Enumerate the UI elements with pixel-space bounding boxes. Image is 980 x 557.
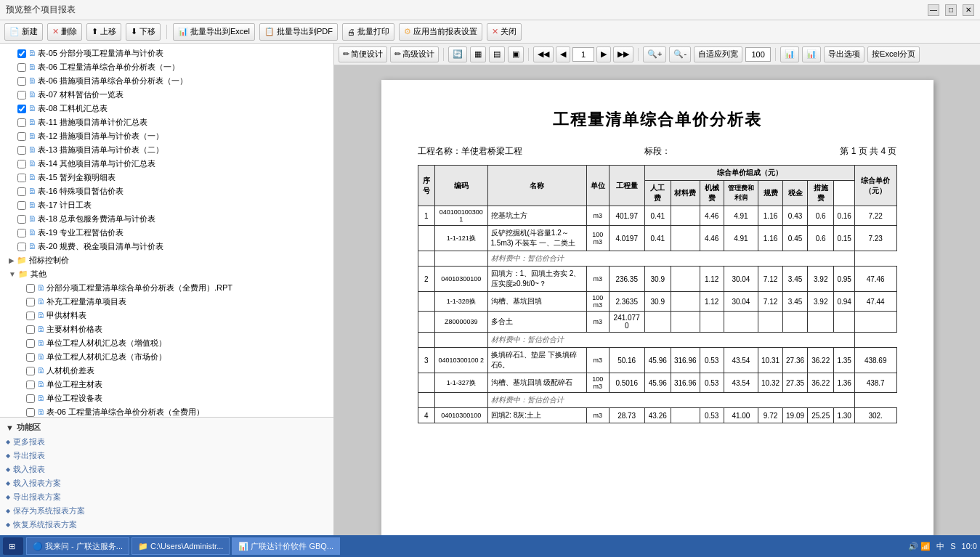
tree-expand-icon[interactable]: ▶ xyxy=(9,256,15,264)
tree-checkbox[interactable] xyxy=(26,339,35,348)
tree-checkbox[interactable] xyxy=(26,284,35,293)
page-last-button[interactable]: ▶▶ xyxy=(613,46,633,62)
tree-item[interactable]: 🖺主要材料价格表 xyxy=(0,322,333,336)
tree-checkbox[interactable] xyxy=(26,367,35,375)
batch-print-button[interactable]: 🖨 批量打印 xyxy=(342,23,394,41)
tree-item[interactable]: 🖺分部分项工程量清单综合单价分析表（全费用）.RPT xyxy=(0,281,333,295)
start-button[interactable]: ⊞ xyxy=(3,537,23,555)
tree-checkbox[interactable] xyxy=(17,118,26,127)
function-link-item[interactable]: 导出报表 xyxy=(6,450,328,462)
tree-checkbox[interactable] xyxy=(26,408,35,417)
taskbar-item[interactable]: 📁 C:\Users\Administr... xyxy=(131,537,230,555)
apply-settings-button[interactable]: ⚙ 应用当前报表设置 xyxy=(399,23,482,41)
export-btn1[interactable]: 📊 xyxy=(780,46,799,62)
tree-item[interactable]: 🖺表-13 措施项目清单与计价表（二） xyxy=(0,143,333,157)
tree-checkbox[interactable] xyxy=(17,160,26,168)
advanced-design-button[interactable]: ✏ 高级设计 xyxy=(390,46,439,62)
zoom-input[interactable] xyxy=(745,47,771,62)
tree-checkbox[interactable] xyxy=(17,229,26,237)
tree-checkbox[interactable] xyxy=(26,312,35,320)
taskbar-item[interactable]: 📊 广联达计价软件 GBQ... xyxy=(232,537,340,555)
close-button[interactable]: ✕ xyxy=(963,4,974,16)
tree-checkbox[interactable] xyxy=(26,325,35,334)
tree-item[interactable]: 🖺表-14 其他项目清单与计价汇总表 xyxy=(0,157,333,171)
batch-export-excel-button[interactable]: 📊 批量导出到Excel xyxy=(173,23,255,41)
cell-qty: 2.3635 xyxy=(609,292,644,312)
up-button[interactable]: ⬆ 上移 xyxy=(86,23,121,41)
tree-item[interactable]: 🖺补充工程量清单项目表 xyxy=(0,295,333,309)
tree-item[interactable]: 🖺单位工程人材机汇总表（市场价） xyxy=(0,350,333,364)
tree-item[interactable]: 🖺人材机价差表 xyxy=(0,364,333,378)
tree-checkbox[interactable] xyxy=(17,91,26,99)
tree-checkbox[interactable] xyxy=(17,105,26,113)
tree-checkbox[interactable] xyxy=(17,215,26,224)
tree-checkbox[interactable] xyxy=(17,77,26,86)
tree-item[interactable]: 🖺单位工程设备表 xyxy=(0,391,333,405)
tree-item[interactable]: 🖺表-05 分部分项工程量清单与计价表 xyxy=(0,46,333,60)
page-first-button[interactable]: ◀◀ xyxy=(533,46,554,62)
page-prev-button[interactable]: ◀ xyxy=(556,46,570,62)
function-link-item[interactable]: 保存为系统报表方案 xyxy=(6,505,328,517)
maximize-button[interactable]: □ xyxy=(945,4,957,16)
function-link-item[interactable]: 更多报表 xyxy=(6,436,328,448)
tree-checkbox[interactable] xyxy=(17,132,26,141)
function-link-item[interactable]: 载入报表 xyxy=(6,463,328,476)
tree-item[interactable]: 🖺表-17 计日工表 xyxy=(0,198,333,212)
down-button[interactable]: ⬇ 下移 xyxy=(126,23,161,41)
tree-item[interactable]: ▼📁其他 xyxy=(0,267,333,281)
function-link-item[interactable]: 恢复系统报表方案 xyxy=(6,519,328,531)
tree-item[interactable]: 🖺甲供材料表 xyxy=(0,309,333,322)
tree-checkbox[interactable] xyxy=(26,381,35,389)
tree-item[interactable]: 🖺表-08 工料机汇总表 xyxy=(0,102,333,115)
tree-checkbox[interactable] xyxy=(17,49,26,58)
function-link-item[interactable]: 导出报表方案 xyxy=(6,491,328,503)
collapse-icon[interactable]: ▼ xyxy=(6,423,14,432)
close-report-button[interactable]: ✕ 关闭 xyxy=(487,23,522,41)
tree-checkbox[interactable] xyxy=(26,353,35,362)
batch-export-pdf-button[interactable]: 📋 批量导出到PDF xyxy=(259,23,338,41)
cell-seq xyxy=(418,312,435,333)
tree-checkbox[interactable] xyxy=(17,201,26,210)
tree-item[interactable]: 🖺表-16 特殊项目暂估价表 xyxy=(0,184,333,198)
tree-item[interactable]: 🖺表-07 材料暂估价一览表 xyxy=(0,88,333,102)
tree-item[interactable]: 🖺表-06 措施项目清单综合单价分析表（一） xyxy=(0,74,333,88)
tree-item[interactable]: 🖺表-18 总承包服务费清单与计价表 xyxy=(0,212,333,226)
page-next-button[interactable]: ▶ xyxy=(596,46,611,62)
function-link-item[interactable]: 载入报表方案 xyxy=(6,477,328,489)
document-area[interactable]: 工程量清单综合单价分析表 工程名称：羊使君桥梁工程 标段： 第 1 页 共 4 … xyxy=(334,65,980,535)
tree-item[interactable]: 🖺表-06 工程量清单综合单价分析表（一） xyxy=(0,60,333,74)
taskbar-item[interactable]: 🔵 我来问 - 广联达服务... xyxy=(26,537,129,555)
fit-width-button[interactable]: 自适应列宽 xyxy=(694,46,742,62)
tree-item[interactable]: 🖺表-12 措施项目清单与计价表（一） xyxy=(0,129,333,143)
tree-item[interactable]: 🖺表-20 规费、税金项目清单与计价表 xyxy=(0,240,333,253)
tree-checkbox[interactable] xyxy=(26,394,35,403)
export-btn2[interactable]: 📊 xyxy=(802,46,821,62)
tree-checkbox[interactable] xyxy=(17,243,26,251)
excel-split-button[interactable]: 按Excel分页 xyxy=(867,46,920,62)
tree-item[interactable]: 🖺单位工程主材表 xyxy=(0,378,333,391)
export-options-button[interactable]: 导出选项 xyxy=(824,46,864,62)
tree-item[interactable]: 🖺表-06 工程量清单综合单价分析表（全费用） xyxy=(0,405,333,417)
tree-item[interactable]: 🖺表-15 暂列金额明细表 xyxy=(0,171,333,184)
tree-item[interactable]: 🖺表-19 专业工程暂估价表 xyxy=(0,226,333,240)
view-btn2[interactable]: ▤ xyxy=(489,46,505,62)
view-btn3[interactable]: ▣ xyxy=(508,46,524,62)
minimize-button[interactable]: — xyxy=(928,4,939,16)
refresh-button[interactable]: 🔄 xyxy=(448,46,467,62)
tree-item[interactable]: 🖺单位工程人材机汇总表（增值税） xyxy=(0,336,333,350)
zoom-out-button[interactable]: 🔍- xyxy=(669,46,691,62)
tree-checkbox[interactable] xyxy=(17,63,26,72)
delete-button[interactable]: ✕ 删除 xyxy=(47,23,82,41)
tree-item[interactable]: 🖺表-11 措施项目清单计价汇总表 xyxy=(0,115,333,129)
simple-design-button[interactable]: ✏ 简便设计 xyxy=(339,46,387,62)
tree-item[interactable]: ▶📁招标控制价 xyxy=(0,253,333,267)
tree-checkbox[interactable] xyxy=(17,174,26,182)
view-btn1[interactable]: ▦ xyxy=(470,46,486,62)
tree-expand-icon[interactable]: ▼ xyxy=(9,270,16,278)
new-button[interactable]: 📄 新建 xyxy=(4,23,43,41)
zoom-in-button[interactable]: 🔍+ xyxy=(643,46,666,62)
tree-checkbox[interactable] xyxy=(17,187,26,196)
page-number-input[interactable] xyxy=(572,47,594,62)
tree-checkbox[interactable] xyxy=(17,146,26,155)
tree-checkbox[interactable] xyxy=(26,298,35,306)
